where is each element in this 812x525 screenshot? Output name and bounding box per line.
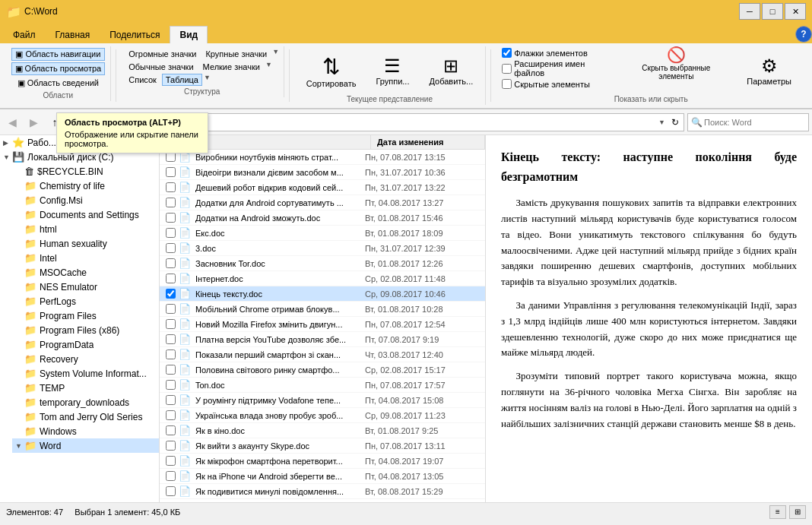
file-checkbox[interactable] [166, 258, 176, 268]
file-checkbox[interactable] [166, 456, 176, 466]
extensions-checkbox-row[interactable]: Расширения имен файлов [502, 59, 614, 77]
tree-item-intel[interactable]: 📁 Intel [12, 251, 159, 265]
tab-home[interactable]: Главная [46, 26, 100, 43]
file-checkbox[interactable] [166, 471, 176, 481]
tab-view[interactable]: Вид [170, 26, 208, 43]
tab-file[interactable]: Файл [3, 26, 46, 43]
tree-item-msocache[interactable]: 📁 MSOCache [12, 265, 159, 280]
table-row[interactable]: 📄Половина світового ринку смартфо...Ср, … [160, 362, 485, 378]
search-bar[interactable]: 🔍 [687, 113, 809, 131]
file-checkbox[interactable] [166, 213, 176, 223]
search-input[interactable] [704, 118, 805, 127]
file-checkbox[interactable] [166, 410, 176, 420]
table-row[interactable]: 📄Як мікрофон смартфона перетворит...Пт, … [160, 454, 485, 469]
file-checkbox[interactable] [166, 334, 176, 344]
params-button[interactable]: ⚙ Параметры [738, 48, 800, 93]
flags-checkbox[interactable] [502, 48, 512, 58]
hidden-checkbox[interactable] [502, 79, 512, 89]
tree-item-recovery[interactable]: 📁 Recovery [12, 352, 159, 366]
col-date[interactable]: Дата изменения [371, 135, 485, 149]
list-button[interactable]: Список [125, 74, 160, 86]
table-row[interactable]: 📄Показали перший смартфон зі скан...Чт, … [160, 347, 485, 362]
file-checkbox[interactable] [166, 198, 176, 207]
address-dropdown-icon[interactable]: ▼ [658, 119, 665, 126]
tree-item-progfiles[interactable]: 📁 Program Files [12, 308, 159, 323]
table-button[interactable]: Таблица [162, 74, 202, 86]
refresh-icon[interactable]: ↻ [671, 117, 679, 128]
file-checkbox[interactable] [166, 319, 176, 329]
table-row[interactable]: 📄Виробники ноутбуків міняють страт...Пн,… [160, 150, 485, 165]
table-row[interactable]: 📄Додатки на Android зможуть.docВт, 01.08… [160, 210, 485, 226]
file-checkbox[interactable] [166, 228, 176, 238]
file-checkbox[interactable] [166, 182, 176, 192]
small-icons-button[interactable]: Мелкие значки [199, 61, 264, 73]
table-row[interactable]: 📄Мобільний Chrome отримав блокув...Вт, 0… [160, 302, 485, 317]
sort-button[interactable]: ⇅ Сортировать [298, 48, 365, 93]
table-row[interactable]: 📄Ton.docПн, 07.08.2017 17:57 [160, 378, 485, 393]
table-row[interactable]: 📄Дешевий робот відкрив кодовий сей...Пн,… [160, 180, 485, 195]
minimize-button[interactable]: ─ [739, 3, 760, 20]
close-button[interactable]: ✕ [785, 3, 806, 20]
file-checkbox[interactable] [166, 395, 176, 405]
tree-item-chemistry[interactable]: 📁 Chemistry of life [12, 179, 159, 193]
table-row[interactable]: 📄Інтернет.docСр, 02.08.2017 11:48 [160, 271, 485, 286]
table-row[interactable]: 📄Додатки для Android сортуватимуть ...Пт… [160, 195, 485, 210]
table-row[interactable]: 📄Відеоігри визнали дієвим засобом м...Пн… [160, 165, 485, 180]
preview-pane-button[interactable]: ▣ Область просмотра [11, 62, 106, 75]
maximize-button[interactable]: □ [762, 3, 783, 20]
table-row[interactable]: 📄Платна версія YouTube дозволяє збе...Пт… [160, 332, 485, 347]
tree-item-recycle[interactable]: 🗑 $RECYCLE.BIN [12, 164, 159, 179]
tree-item-progfiles86[interactable]: 📁 Program Files (x86) [12, 323, 159, 337]
tree-item-tempdowns[interactable]: 📁 temporary_downloads [12, 395, 159, 410]
file-checkbox[interactable] [166, 167, 176, 177]
tree-item-windows[interactable]: 📁 Windows [12, 424, 159, 438]
file-checkbox[interactable] [166, 243, 176, 253]
tree-item-perflogs[interactable]: 📁 PerfLogs [12, 294, 159, 308]
file-checkbox[interactable] [166, 486, 176, 496]
tree-item-config[interactable]: 📁 Config.Msi [12, 193, 159, 207]
list-view-btn[interactable]: ≡ [769, 505, 786, 519]
table-row[interactable]: 📄3.docПн, 31.07.2017 12:39 [160, 241, 485, 256]
table-row[interactable]: 📄Екс.docВт, 01.08.2017 18:09 [160, 226, 485, 241]
table-row[interactable]: 📄Як на iPhone чи Android зберегти ве...П… [160, 469, 485, 484]
extensions-checkbox[interactable] [502, 64, 512, 74]
file-checkbox[interactable] [166, 441, 176, 451]
tree-item-html[interactable]: 📁 html [12, 222, 159, 236]
file-checkbox[interactable] [166, 304, 176, 314]
tab-share[interactable]: Поделиться [100, 26, 170, 43]
table-row[interactable]: 📄Новий Mozilla Firefox змінить двигун...… [160, 317, 485, 332]
medium-icons-button[interactable]: Обычные значки [125, 61, 197, 73]
tree-item-sysvolume[interactable]: 📁 System Volume Informat... [12, 366, 159, 381]
file-checkbox[interactable] [166, 365, 176, 375]
file-checkbox[interactable] [166, 274, 176, 283]
group-button[interactable]: ☰ Группи... [367, 48, 417, 93]
table-row[interactable]: 📄Кінець тексту.docСр, 09.08.2017 10:46 [160, 286, 485, 302]
file-checkbox[interactable] [166, 425, 176, 435]
file-checkbox[interactable] [166, 380, 176, 390]
file-checkbox[interactable] [166, 349, 176, 359]
tree-item-tomseries[interactable]: 📁 Tom and Jerry Old Series [12, 410, 159, 424]
tree-item-progdata[interactable]: 📁 ProgramData [12, 337, 159, 352]
huge-icons-button[interactable]: Огромные значки [125, 48, 200, 60]
hide-selected-button[interactable]: 🚫 Скрыть выбранные элементы [620, 48, 732, 78]
help-button[interactable]: ? [795, 26, 812, 43]
table-row[interactable]: 📄Українська влада знову пробує зроб...Ср… [160, 408, 485, 423]
tree-item-word[interactable]: ▼ 📁 Word [12, 438, 159, 453]
flags-checkbox-row[interactable]: Флажки элементов [502, 48, 614, 58]
details-pane-button[interactable]: ▣ Область сведений [11, 77, 106, 90]
tree-item-sexuality[interactable]: 📁 Human sexuality [12, 236, 159, 251]
icons-view-btn[interactable]: ⊞ [789, 505, 806, 519]
table-row[interactable]: 📄Засновник Tor.docВт, 01.08.2017 12:26 [160, 256, 485, 271]
table-row[interactable]: 📄Як подивитися минулі повідомлення...Вт,… [160, 484, 485, 499]
nav-pane-button[interactable]: ▣ Область навигации [11, 48, 106, 61]
table-row[interactable]: 📄Як вийти з акаунту Skype.docПн, 07.08.2… [160, 438, 485, 454]
tree-item-nes[interactable]: 📁 NES Emulator [12, 280, 159, 294]
tree-item-temp[interactable]: 📁 TEMP [12, 381, 159, 395]
file-checkbox[interactable] [166, 289, 176, 299]
add-col-button[interactable]: ⊞ Добавить... [420, 48, 481, 93]
tree-item-docs[interactable]: 📁 Documents and Settings [12, 207, 159, 222]
large-icons-button[interactable]: Крупные значки [201, 48, 271, 60]
table-row[interactable]: 📄У роумінгу підтримку Vodafone тепе...Пт… [160, 393, 485, 408]
table-row[interactable]: 📄Як в кіно.docВт, 01.08.2017 9:25 [160, 423, 485, 438]
hidden-checkbox-row[interactable]: Скрытые элементы [502, 79, 614, 89]
